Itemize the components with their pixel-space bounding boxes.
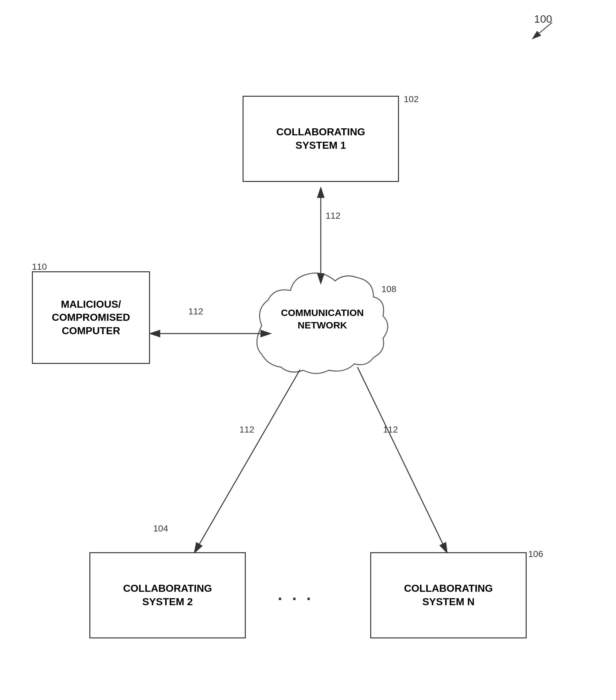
svg-line-3: [533, 22, 552, 38]
collab-system-2-label: COLLABORATINGSYSTEM 2: [123, 582, 212, 608]
label-112-cs1: 112: [326, 211, 341, 221]
label-112-csn: 112: [383, 425, 398, 435]
communication-network-label: COMMUNICATIONNETWORK: [268, 307, 377, 331]
collab-system-n-label: COLLABORATINGSYSTEM N: [404, 582, 493, 608]
label-108: 108: [381, 284, 397, 294]
collab-system-2-box: COLLABORATINGSYSTEM 2: [89, 552, 246, 638]
collab-system-1-box: COLLABORATINGSYSTEM 1: [242, 96, 399, 182]
diagram: 100 COLLABORATINGSYSTEM 1 102 MALICIOUS/…: [0, 0, 616, 700]
arrow-100: [524, 19, 562, 45]
arrow-network-cs2: [195, 370, 300, 552]
label-104: 104: [153, 524, 168, 534]
ellipsis: · · ·: [278, 589, 313, 608]
arrow-network-csn: [357, 367, 447, 552]
label-106: 106: [528, 549, 543, 559]
collab-system-n-box: COLLABORATINGSYSTEM N: [370, 552, 527, 638]
label-112-cs2: 112: [239, 425, 254, 435]
collab-system-1-label: COLLABORATINGSYSTEM 1: [276, 125, 365, 152]
label-112-malicious: 112: [188, 307, 203, 317]
malicious-computer-box: MALICIOUS/COMPROMISEDCOMPUTER: [32, 271, 150, 364]
label-102: 102: [404, 94, 419, 104]
label-110: 110: [32, 262, 47, 272]
malicious-computer-label: MALICIOUS/COMPROMISEDCOMPUTER: [52, 298, 130, 338]
